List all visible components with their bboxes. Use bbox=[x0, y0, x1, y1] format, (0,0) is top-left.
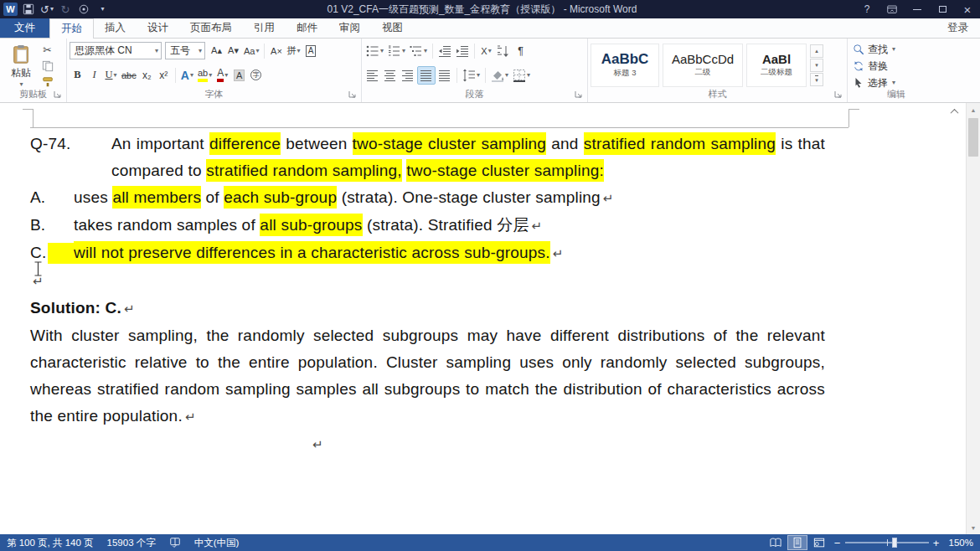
styles-scroll-up-button[interactable]: ▴ bbox=[810, 44, 823, 58]
sign-in-button[interactable]: 登录 bbox=[936, 18, 980, 38]
zoom-level-button[interactable]: 150% bbox=[944, 538, 980, 548]
save-button[interactable] bbox=[21, 1, 36, 18]
clipboard-dialog-launcher[interactable] bbox=[54, 90, 63, 100]
show-marks-button[interactable]: ¶ bbox=[513, 42, 529, 60]
styles-gallery-more-button[interactable]: ▾ bbox=[810, 73, 823, 86]
underline-button[interactable]: U▾ bbox=[103, 66, 119, 85]
cut-button[interactable]: ✂ bbox=[39, 43, 55, 57]
help-button[interactable]: ? bbox=[854, 0, 879, 18]
zoom-in-button[interactable]: + bbox=[929, 537, 944, 549]
question-paragraph[interactable]: Q-74.An important difference between two… bbox=[30, 131, 825, 184]
zoom-slider-thumb[interactable] bbox=[892, 538, 897, 548]
paste-button[interactable]: 粘贴 ▾ bbox=[3, 40, 39, 89]
tab-references[interactable]: 引用 bbox=[243, 18, 286, 38]
align-center-button[interactable] bbox=[382, 66, 399, 85]
close-button[interactable]: × bbox=[955, 0, 980, 18]
vertical-scrollbar[interactable]: ▲ ▼ bbox=[966, 103, 980, 534]
grow-font-button[interactable]: A▴ bbox=[209, 42, 224, 60]
increase-indent-button[interactable] bbox=[454, 42, 471, 60]
minimize-button[interactable] bbox=[905, 0, 930, 18]
distribute-button[interactable] bbox=[436, 66, 453, 85]
style-level-2-heading[interactable]: AaBl 二级标题 bbox=[746, 44, 807, 87]
multilevel-list-button[interactable]: ▾ bbox=[408, 42, 429, 60]
word-count[interactable]: 15903 个字 bbox=[101, 534, 162, 551]
enclose-characters-button[interactable]: 字 bbox=[248, 66, 264, 85]
text-highlight-color-button[interactable]: ab▾ bbox=[196, 66, 214, 85]
scrollbar-thumb[interactable] bbox=[968, 118, 978, 157]
explanation-paragraph[interactable]: With cluster sampling, the randomly sele… bbox=[30, 322, 825, 430]
bold-button[interactable]: B bbox=[70, 66, 85, 85]
numbering-button[interactable]: ▾ bbox=[386, 42, 407, 60]
styles-dialog-launcher[interactable] bbox=[834, 90, 843, 100]
borders-button[interactable]: ▾ bbox=[511, 66, 532, 85]
superscript-button[interactable]: x² bbox=[156, 66, 172, 85]
tab-home[interactable]: 开始 bbox=[49, 18, 94, 39]
align-left-button[interactable] bbox=[364, 66, 381, 85]
tab-insert[interactable]: 插入 bbox=[94, 18, 137, 38]
tab-review[interactable]: 审阅 bbox=[328, 18, 371, 38]
read-mode-button[interactable] bbox=[766, 535, 786, 550]
document-area[interactable]: Q-74.An important difference between two… bbox=[0, 103, 980, 534]
style-level-2[interactable]: AaBbCcDd 二级 bbox=[663, 44, 743, 87]
word-logo-icon[interactable]: W bbox=[3, 3, 18, 16]
qat-customize-button[interactable]: ▾ bbox=[95, 1, 110, 18]
quick-access-toolbar: W ↺▾ ↻ ▾ bbox=[3, 1, 110, 18]
proofing-status-button[interactable] bbox=[162, 534, 188, 551]
option-a-paragraph[interactable]: A.uses all members of each sub-group (st… bbox=[30, 184, 825, 212]
justify-button[interactable] bbox=[417, 66, 436, 85]
find-button[interactable]: 查找 ▾ bbox=[850, 42, 942, 57]
shrink-font-button[interactable]: A▾ bbox=[225, 42, 241, 60]
zoom-out-button[interactable]: − bbox=[830, 537, 845, 549]
redo-button[interactable]: ↻ bbox=[58, 1, 73, 18]
tab-file[interactable]: 文件 bbox=[0, 18, 49, 38]
phonetic-guide-button[interactable]: 拼▾ bbox=[285, 42, 302, 60]
line-spacing-button[interactable]: ▾ bbox=[461, 66, 482, 85]
character-shading-button[interactable]: A bbox=[231, 66, 247, 85]
font-size-combo[interactable]: 五号▾ bbox=[165, 42, 205, 59]
document-page[interactable]: Q-74.An important difference between two… bbox=[30, 131, 825, 458]
collapse-ribbon-button[interactable] bbox=[946, 106, 962, 118]
subscript-button[interactable]: x₂ bbox=[139, 66, 155, 85]
undo-button[interactable]: ↺▾ bbox=[39, 1, 54, 18]
sort-button[interactable] bbox=[495, 42, 512, 60]
tab-page-layout[interactable]: 页面布局 bbox=[179, 18, 243, 38]
touch-mode-button[interactable] bbox=[76, 1, 91, 18]
restore-button[interactable] bbox=[930, 0, 955, 18]
zoom-slider[interactable] bbox=[845, 535, 929, 550]
font-dialog-launcher[interactable] bbox=[348, 90, 358, 100]
tab-mailings[interactable]: 邮件 bbox=[286, 18, 328, 38]
strikethrough-button[interactable]: abc bbox=[120, 66, 138, 85]
character-border-button[interactable]: A bbox=[303, 42, 319, 60]
italic-button[interactable]: I bbox=[86, 66, 102, 85]
page-indicator[interactable]: 第 100 页, 共 140 页 bbox=[0, 534, 101, 551]
align-right-button[interactable] bbox=[400, 66, 416, 85]
shading-button[interactable]: ▾ bbox=[489, 66, 510, 85]
paragraph-dialog-launcher[interactable] bbox=[575, 90, 584, 100]
tab-view[interactable]: 视图 bbox=[371, 18, 414, 38]
ribbon-display-options-button[interactable] bbox=[879, 0, 905, 18]
web-layout-button[interactable] bbox=[809, 535, 829, 550]
styles-scroll-down-button[interactable]: ▾ bbox=[810, 59, 823, 72]
bullets-button[interactable]: ▾ bbox=[364, 42, 385, 60]
replace-button[interactable]: 替换 bbox=[850, 59, 942, 74]
trailing-paragraph[interactable]: ↵ bbox=[30, 430, 825, 458]
language-indicator[interactable]: 中文(中国) bbox=[188, 534, 246, 551]
font-family-combo[interactable]: 思源黑体 CN▾ bbox=[70, 42, 162, 59]
option-c-paragraph[interactable]: C.will not preserve differences in a cha… bbox=[30, 239, 825, 267]
copy-button[interactable] bbox=[39, 59, 55, 73]
decrease-indent-button[interactable] bbox=[436, 42, 453, 60]
clear-formatting-button[interactable]: A× bbox=[268, 42, 284, 60]
change-case-button[interactable]: Aa▾ bbox=[242, 42, 260, 60]
style-heading-3[interactable]: AaBbC 标题 3 bbox=[591, 44, 659, 87]
tab-design[interactable]: 设计 bbox=[137, 18, 179, 38]
empty-paragraph[interactable]: ↵ bbox=[30, 267, 825, 295]
print-layout-button[interactable] bbox=[787, 535, 807, 550]
font-color-button[interactable]: A▾ bbox=[214, 66, 230, 85]
scroll-down-button[interactable]: ▼ bbox=[967, 521, 980, 534]
format-painter-button[interactable] bbox=[39, 75, 55, 89]
option-b-paragraph[interactable]: B.takes random samples of all sub-groups… bbox=[30, 212, 825, 239]
text-effects-button[interactable]: A▾ bbox=[179, 66, 195, 85]
solution-paragraph[interactable]: Solution: C.↵ bbox=[30, 295, 825, 322]
scroll-up-button[interactable]: ▲ bbox=[967, 103, 980, 116]
asian-layout-button[interactable]: X▾ bbox=[478, 42, 494, 60]
